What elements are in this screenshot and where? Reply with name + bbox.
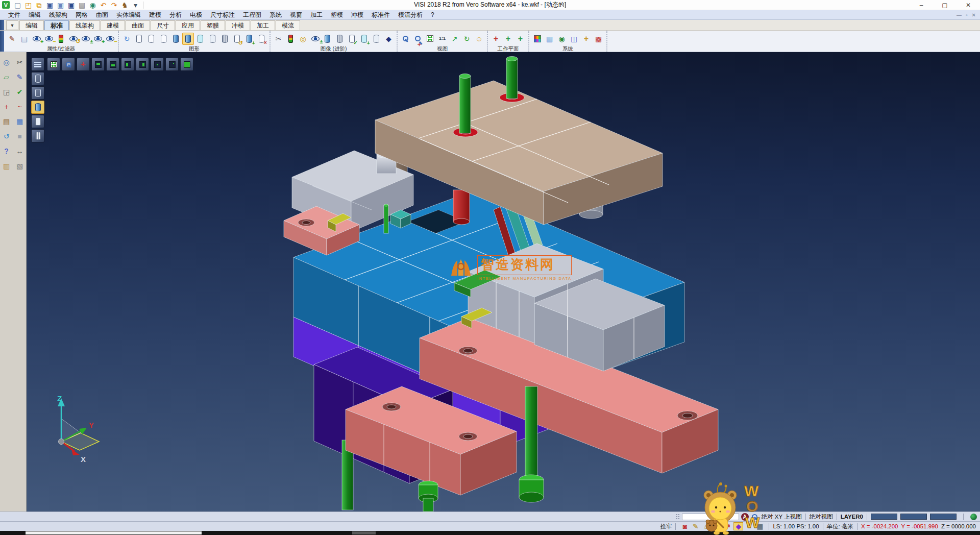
render-flat-icon[interactable] (31, 115, 44, 128)
viewport-3d[interactable]: + 智造资料网 INTELLIGENT MANUFACTURING DATA (27, 52, 980, 512)
gem-view-icon[interactable]: ◆ (383, 33, 395, 45)
layer-indicator[interactable]: LAYER0 (841, 514, 863, 520)
menu-item[interactable]: 加工 (306, 11, 327, 19)
menu-item[interactable]: 模流分析 (394, 11, 427, 19)
wireframe-icon[interactable] (133, 33, 145, 45)
torus-icon[interactable]: ◎ (297, 33, 309, 45)
measure-icon[interactable]: ↔ (14, 145, 26, 157)
color-swatch[interactable] (930, 514, 957, 520)
help-icon[interactable]: ? (1, 145, 12, 157)
hidden-dashed-icon[interactable] (158, 33, 169, 45)
open-file-icon[interactable]: ◰ (23, 1, 33, 9)
redo-icon[interactable]: ↷ (109, 1, 119, 9)
zoom-extents-icon[interactable] (424, 33, 436, 45)
filter-traffic-icon[interactable] (55, 33, 67, 45)
filter-refresh-icon[interactable] (67, 33, 79, 45)
copy-view-icon[interactable] (358, 33, 370, 45)
grip-handle[interactable] (676, 514, 680, 520)
tab[interactable]: 曲面 (126, 20, 150, 30)
status-input[interactable] (682, 514, 739, 520)
color-swatch[interactable] (900, 514, 927, 520)
save-icon[interactable]: ▣ (45, 1, 55, 9)
striped-view-icon[interactable] (334, 33, 346, 45)
curve-edit-icon[interactable]: ~ (14, 101, 26, 112)
regen-icon[interactable]: ↻ (121, 33, 133, 45)
tab-dropdown-button[interactable]: ▼ (6, 20, 18, 30)
tab[interactable]: 建模 (101, 20, 125, 30)
tab[interactable]: 标准 (44, 20, 69, 30)
dynamic-render-icon[interactable] (231, 33, 243, 45)
hatch-render-icon[interactable] (219, 33, 231, 45)
tab[interactable]: 编辑 (19, 20, 44, 30)
settings-globe-icon[interactable]: ◉ (556, 33, 568, 45)
command-input[interactable] (26, 531, 202, 534)
workplane-standard-icon[interactable]: + (490, 33, 502, 45)
filter-remove-icon[interactable] (43, 33, 55, 45)
view-front-icon[interactable] (151, 58, 164, 71)
menu-item[interactable]: 实体编辑 (112, 11, 145, 19)
new-file-icon[interactable]: ▢ (13, 1, 22, 9)
zoom-scale-icon[interactable]: ◲ (1, 86, 12, 98)
menu-item[interactable]: 尺寸标注 (206, 11, 239, 19)
menu-item[interactable]: 网格 (71, 11, 92, 19)
menu-item[interactable]: 曲面 (92, 11, 112, 19)
menu-item[interactable]: 文件 (4, 11, 24, 19)
show-remove-icon[interactable] (104, 33, 116, 45)
menu-item[interactable]: 冲模 (347, 11, 368, 19)
menu-item[interactable]: 工程图 (239, 11, 265, 19)
menu-item[interactable]: 系统 (265, 11, 286, 19)
fit-view-icon[interactable] (47, 58, 60, 71)
toolbar-options-icon[interactable]: ▾ (131, 1, 140, 9)
flag-tools-icon[interactable]: ⚑ (723, 522, 732, 530)
section-scissors-icon[interactable]: ✂ (273, 33, 284, 45)
render-hatch-icon[interactable] (31, 129, 44, 142)
annotation-badge[interactable]: A (741, 513, 749, 521)
grid-window-icon[interactable]: ▦ (14, 115, 26, 127)
menu-item[interactable]: 电极 (186, 11, 206, 19)
view-right-icon[interactable] (136, 58, 149, 71)
print-icon[interactable]: ▤ (77, 1, 87, 9)
scrollbar-thumb[interactable] (352, 531, 376, 534)
tab[interactable]: 塑膜 (201, 20, 225, 30)
window-config-icon[interactable]: ◫ (568, 33, 580, 45)
refresh-model-icon[interactable]: ↺ (1, 130, 12, 142)
zoom-dynamic-icon[interactable] (62, 58, 75, 71)
menu-item[interactable]: 建模 (145, 11, 165, 19)
child-restore-icon[interactable]: ▫ (966, 12, 968, 18)
render-shaded-icon[interactable] (31, 101, 44, 114)
view-refresh-icon[interactable]: ↻ (461, 33, 473, 45)
menu-item[interactable]: 塑模 (327, 11, 347, 19)
grid-plane-icon[interactable]: ▦ (755, 522, 765, 530)
render-hidden-icon[interactable] (31, 86, 44, 100)
undo-icon[interactable]: ↶ (99, 1, 108, 9)
workplane-rotate-icon[interactable]: + (514, 33, 526, 45)
menu-item[interactable]: 分析 (165, 11, 186, 19)
menu-item[interactable]: 线架构 (45, 11, 71, 19)
plane-select-icon[interactable]: ▱ (1, 71, 12, 83)
copy-image-icon[interactable] (243, 33, 255, 45)
zoom-scale-icon[interactable]: 1:1 (436, 33, 448, 45)
menu-item[interactable]: 视窗 (286, 11, 306, 19)
wcs-cube-icon[interactable]: ◆ (733, 522, 743, 530)
move-axes-icon[interactable]: + (1, 101, 12, 112)
attribute-brush-icon[interactable]: ✎ (6, 33, 18, 45)
shaded-icon[interactable] (170, 33, 182, 45)
refresh-lock-icon[interactable]: ◙ (680, 522, 690, 530)
tab[interactable]: 冲模 (226, 20, 250, 30)
color-swatch[interactable] (871, 514, 897, 520)
ghost-view-icon[interactable] (371, 33, 382, 45)
save-all-icon[interactable]: ▣ (66, 1, 76, 9)
edit-pencil-icon[interactable]: ✎ (691, 522, 700, 530)
filter-toggle-icon[interactable] (80, 33, 91, 45)
tab[interactable]: 应用 (176, 20, 200, 30)
solid-cube-icon[interactable]: ■ (14, 130, 26, 142)
workplane-entity-icon[interactable]: + (502, 33, 514, 45)
stamp-icon[interactable]: ♞ (120, 1, 130, 9)
child-minimize-icon[interactable]: — (957, 12, 962, 18)
zoom-previous-icon[interactable] (412, 33, 424, 45)
print-preview-icon[interactable]: ◉ (88, 1, 97, 9)
globe-icon[interactable] (970, 514, 977, 520)
home-plane-icon[interactable]: ⌂ (701, 522, 711, 530)
render-wireframe-icon[interactable] (31, 72, 44, 85)
help-prompt-icon[interactable]: ? (712, 522, 722, 530)
